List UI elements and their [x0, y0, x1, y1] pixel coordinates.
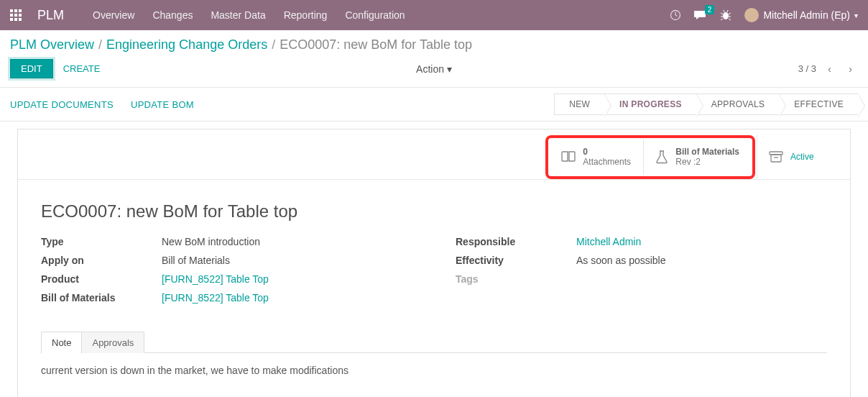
- value-type: New BoM introduction: [162, 236, 412, 247]
- svg-rect-3: [771, 155, 781, 162]
- chevron-down-icon: ▾: [854, 12, 858, 19]
- user-name: Mitchell Admin (Ep): [763, 9, 850, 21]
- flask-icon: [655, 150, 668, 164]
- update-bom-button[interactable]: UPDATE BOM: [131, 99, 194, 110]
- attachments-label: Attachments: [583, 157, 631, 167]
- stage-effective[interactable]: EFFECTIVE: [780, 93, 858, 115]
- svg-point-1: [723, 12, 729, 19]
- clock-icon[interactable]: [670, 9, 681, 21]
- nav-links: Overview Changes Master Data Reporting C…: [93, 9, 405, 21]
- label-type: Type: [41, 236, 149, 247]
- label-responsible: Responsible: [456, 236, 563, 247]
- attachments-count: 0: [583, 147, 631, 157]
- right-nav: 2 Mitchell Admin (Ep) ▾: [670, 8, 858, 22]
- action-dropdown[interactable]: Action ▾: [416, 63, 452, 75]
- value-bom[interactable]: [FURN_8522] Table Top: [162, 292, 412, 304]
- stage-approvals[interactable]: APPROVALS: [697, 93, 780, 115]
- label-product: Product: [41, 273, 149, 285]
- stage-strip: NEW IN PROGRESS APPROVALS EFFECTIVE: [554, 93, 858, 115]
- pager: 3 / 3 ‹ ›: [798, 60, 858, 77]
- nav-master-data[interactable]: Master Data: [211, 9, 265, 21]
- update-documents-button[interactable]: UPDATE DOCUMENTS: [10, 99, 114, 110]
- top-nav: PLM Overview Changes Master Data Reporti…: [0, 0, 868, 30]
- stage-in-progress[interactable]: IN PROGRESS: [605, 93, 697, 115]
- active-statbox[interactable]: Active: [757, 135, 850, 179]
- label-bom: Bill of Materials: [41, 292, 149, 304]
- stage-new[interactable]: NEW: [554, 93, 605, 115]
- avatar-icon: [744, 8, 759, 22]
- fields-grid: Type New BoM introduction Apply on Bill …: [18, 229, 850, 321]
- stat-bar: 0 Attachments Bill of Materials Rev :2: [18, 129, 850, 180]
- bom-rev: Rev :2: [675, 157, 739, 167]
- user-menu[interactable]: Mitchell Admin (Ep) ▾: [744, 8, 858, 22]
- apps-icon[interactable]: [10, 9, 22, 21]
- form-sheet: 0 Attachments Bill of Materials Rev :2: [17, 129, 851, 397]
- value-responsible[interactable]: Mitchell Admin: [576, 236, 827, 247]
- nav-changes[interactable]: Changes: [152, 9, 193, 21]
- messages-count: 2: [705, 5, 715, 14]
- value-tags: [576, 273, 827, 285]
- action-row: EDIT CREATE Action ▾ 3 / 3 ‹ ›: [0, 57, 868, 88]
- note-content: current version is down in the market, w…: [41, 353, 827, 388]
- messages-icon[interactable]: 2: [694, 9, 707, 21]
- nav-overview[interactable]: Overview: [93, 9, 134, 21]
- tab-approvals[interactable]: Approvals: [82, 332, 144, 353]
- breadcrumb-parent[interactable]: Engineering Change Orders: [106, 37, 267, 53]
- bug-icon[interactable]: [720, 9, 731, 21]
- tab-note[interactable]: Note: [41, 332, 82, 354]
- create-button[interactable]: CREATE: [63, 63, 101, 74]
- value-apply-on: Bill of Materials: [162, 255, 412, 266]
- active-label: Active: [790, 152, 814, 162]
- value-product[interactable]: [FURN_8522] Table Top: [162, 273, 412, 285]
- pager-count: 3 / 3: [798, 63, 816, 74]
- bom-label: Bill of Materials: [675, 147, 739, 157]
- attachments-statbox[interactable]: 0 Attachments: [550, 140, 643, 175]
- label-effectivity: Effectivity: [456, 255, 563, 266]
- chevron-down-icon: ▾: [447, 63, 452, 75]
- breadcrumb-root[interactable]: PLM Overview: [10, 37, 94, 53]
- breadcrumb: PLM Overview / Engineering Change Orders…: [0, 30, 868, 57]
- pager-next[interactable]: ›: [843, 60, 858, 77]
- nav-reporting[interactable]: Reporting: [284, 9, 328, 21]
- nav-configuration[interactable]: Configuration: [345, 9, 405, 21]
- label-apply-on: Apply on: [41, 255, 149, 266]
- edit-button[interactable]: EDIT: [10, 59, 53, 78]
- breadcrumb-current: ECO0007: new BoM for Table top: [280, 37, 472, 53]
- tabs-header: Note Approvals: [41, 331, 827, 353]
- bom-statbox[interactable]: Bill of Materials Rev :2: [643, 140, 751, 175]
- value-effectivity: As soon as possible: [576, 255, 827, 266]
- app-brand[interactable]: PLM: [37, 8, 64, 23]
- label-tags: Tags: [456, 273, 563, 285]
- record-title: ECO0007: new BoM for Table top: [18, 180, 850, 229]
- pager-prev[interactable]: ‹: [822, 60, 837, 77]
- highlight-box: 0 Attachments Bill of Materials Rev :2: [545, 135, 755, 179]
- book-icon: [561, 150, 576, 163]
- archive-icon: [769, 150, 783, 163]
- sub-bar: UPDATE DOCUMENTS UPDATE BOM NEW IN PROGR…: [0, 88, 868, 122]
